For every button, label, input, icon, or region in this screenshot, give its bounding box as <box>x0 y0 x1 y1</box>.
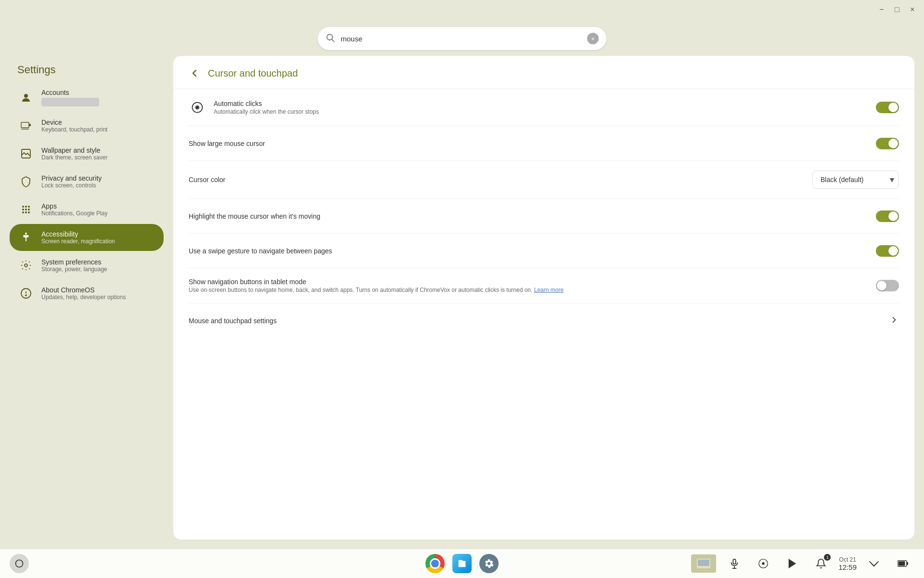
wallpaper-icon <box>17 145 35 162</box>
apps-label: Apps <box>41 202 107 210</box>
taskbar-chrome[interactable] <box>424 552 447 575</box>
wifi-button[interactable] <box>862 552 886 575</box>
tray-time: 12:59 <box>838 563 857 571</box>
search-bar: × <box>318 27 606 50</box>
panel-title: Cursor and touchpad <box>208 68 298 79</box>
svg-point-13 <box>22 211 24 213</box>
cursor-color-select[interactable]: Black (default) White Red Yellow Green <box>812 171 899 189</box>
chrome-icon <box>425 554 445 573</box>
sidebar-item-apps[interactable]: Apps Notifications, Google Play <box>10 196 164 223</box>
content-area: Settings Accounts <box>0 56 924 549</box>
svg-point-7 <box>22 206 24 208</box>
sidebar-item-device[interactable]: Device Keyboard, touchpad, print <box>10 112 164 139</box>
accessibility-icon <box>17 229 35 246</box>
sidebar-item-accounts[interactable]: Accounts <box>10 84 164 111</box>
svg-line-1 <box>332 39 334 41</box>
automatic-clicks-toggle[interactable] <box>876 102 899 113</box>
microphone-button[interactable] <box>723 552 746 575</box>
sidebar-item-wallpaper[interactable]: Wallpaper and style Dark theme, screen s… <box>10 140 164 167</box>
swipe-gesture-toggle[interactable] <box>876 245 899 257</box>
accessibility-label: Accessibility <box>41 230 115 238</box>
screenshot-thumbnail[interactable] <box>690 552 717 575</box>
device-label: Device <box>41 118 107 126</box>
sidebar-item-system[interactable]: System preferences Storage, power, langu… <box>10 252 164 279</box>
titlebar: − □ × <box>0 0 924 19</box>
notifications-button[interactable]: 1 <box>809 552 833 575</box>
search-bar-container: × <box>0 19 924 56</box>
privacy-label: Privacy and security <box>41 174 102 182</box>
panel-header: Cursor and touchpad <box>173 56 914 89</box>
notification-badge: 1 <box>824 554 831 561</box>
mouse-touchpad-row[interactable]: Mouse and touchpad settings <box>189 303 899 338</box>
wallpaper-sublabel: Dark theme, screen saver <box>41 154 107 161</box>
svg-point-2 <box>24 94 28 98</box>
launcher-button[interactable] <box>10 554 29 573</box>
svg-point-16 <box>25 233 27 235</box>
cursor-color-dropdown-wrap: Black (default) White Red Yellow Green ▾ <box>812 171 899 189</box>
chevron-right-icon <box>889 315 899 327</box>
svg-rect-4 <box>29 124 31 126</box>
back-button[interactable] <box>189 67 200 79</box>
account-avatar <box>41 98 99 106</box>
svg-point-8 <box>25 206 27 208</box>
taskbar-tray: 1 Oct 21 12:59 <box>690 552 914 575</box>
system-sublabel: Storage, power, language <box>41 266 107 273</box>
svg-rect-3 <box>21 122 29 128</box>
large-cursor-toggle[interactable] <box>876 138 899 149</box>
files-icon <box>452 554 472 573</box>
swipe-gesture-row: Use a swipe gesture to navigate between … <box>189 234 899 268</box>
svg-point-15 <box>28 211 30 213</box>
settings-window: × Settings Accounts <box>0 19 924 549</box>
sidebar-item-accessibility[interactable]: Accessibility Screen reader, magnificati… <box>10 224 164 251</box>
search-input[interactable] <box>341 35 587 43</box>
settings-rows: Automatic clicks Automatically click whe… <box>173 89 914 338</box>
main-panel: Cursor and touchpad Automatic clicks <box>173 56 914 539</box>
maximize-button[interactable]: □ <box>889 2 905 17</box>
sidebar-item-about[interactable]: About ChromeOS Updates, help, developer … <box>10 280 164 307</box>
about-sublabel: Updates, help, developer options <box>41 294 126 301</box>
learn-more-link[interactable]: Learn more <box>534 287 564 293</box>
svg-point-22 <box>196 106 199 109</box>
close-button[interactable]: × <box>905 2 920 17</box>
system-icon <box>17 257 35 274</box>
large-cursor-row: Show large mouse cursor <box>189 126 899 161</box>
datetime-display[interactable]: Oct 21 12:59 <box>838 556 857 571</box>
cursor-circle-icon <box>189 99 206 116</box>
media-button[interactable] <box>781 552 804 575</box>
svg-rect-25 <box>698 560 709 566</box>
mouse-touchpad-title: Mouse and touchpad settings <box>189 317 889 325</box>
sidebar-item-privacy[interactable]: Privacy and security Lock screen, contro… <box>10 168 164 195</box>
highlight-cursor-toggle[interactable] <box>876 210 899 222</box>
about-label: About ChromeOS <box>41 286 126 294</box>
cursor-color-title: Cursor color <box>189 176 812 184</box>
svg-point-12 <box>28 209 30 210</box>
search-clear-button[interactable]: × <box>587 33 599 44</box>
svg-point-31 <box>873 565 875 567</box>
svg-point-11 <box>25 209 27 210</box>
nav-buttons-title: Show navigation buttons in tablet mode <box>189 278 876 286</box>
battery-indicator[interactable] <box>891 552 914 575</box>
taskbar-settings[interactable] <box>477 552 500 575</box>
automatic-clicks-row: Automatic clicks Automatically click whe… <box>189 89 899 126</box>
minimize-button[interactable]: − <box>874 2 889 17</box>
search-icon <box>325 33 335 45</box>
accounts-label: Accounts <box>41 89 99 96</box>
apps-sublabel: Notifications, Google Play <box>41 210 107 217</box>
about-icon <box>17 285 35 302</box>
taskbar-files[interactable] <box>450 552 474 575</box>
svg-point-23 <box>16 560 23 567</box>
svg-point-14 <box>25 211 27 213</box>
nav-buttons-row: Show navigation buttons in tablet mode U… <box>189 268 899 303</box>
svg-rect-26 <box>733 559 736 564</box>
highlight-cursor-row: Highlight the mouse cursor when it's mov… <box>189 199 899 234</box>
privacy-sublabel: Lock screen, controls <box>41 182 102 189</box>
cursor-color-row: Cursor color Black (default) White Red Y… <box>189 161 899 199</box>
tray-date: Oct 21 <box>838 556 857 563</box>
screenshot-preview <box>691 554 716 573</box>
taskbar: 1 Oct 21 12:59 <box>0 549 924 578</box>
launcher-area <box>10 554 29 573</box>
device-sublabel: Keyboard, touchpad, print <box>41 126 107 133</box>
cast-button[interactable] <box>752 552 775 575</box>
nav-buttons-toggle[interactable] <box>876 280 899 291</box>
highlight-cursor-title: Highlight the mouse cursor when it's mov… <box>189 212 876 220</box>
